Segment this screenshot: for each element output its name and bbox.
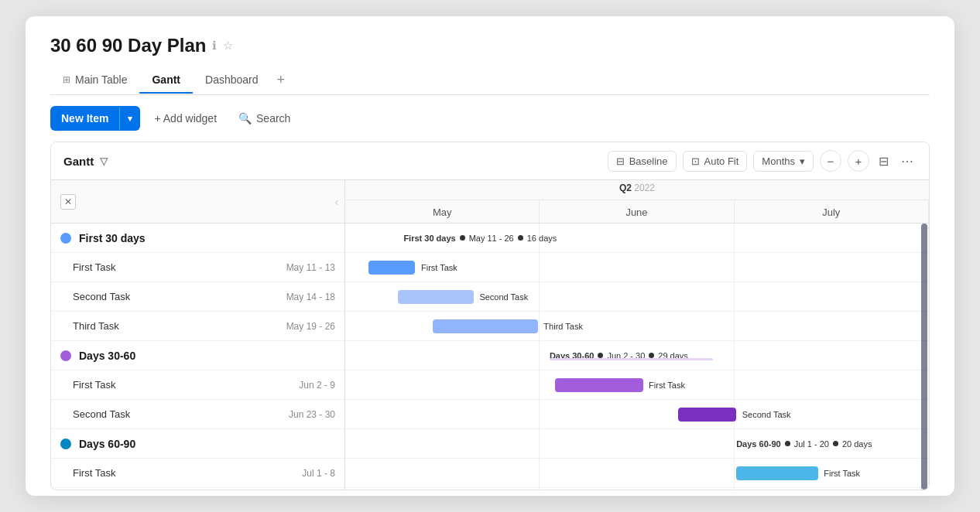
app-window: 30 60 90 Day Plan ℹ ☆ ⊞ Main Table Gantt…	[26, 16, 954, 496]
new-item-dropdown-arrow[interactable]: ▾	[119, 108, 140, 130]
task5-bar[interactable]	[678, 408, 736, 422]
table-icon: ⊞	[63, 74, 70, 85]
g1-dot2	[518, 235, 523, 241]
group3-summary-label: Days 60-90 Jul 1 - 20 20 days	[736, 439, 872, 449]
task1-row: First Task	[345, 253, 929, 282]
months-dropdown[interactable]: Months ▾	[753, 151, 814, 172]
gantt-toolbar: Gantt ▽ ⊟ Baseline ⊡ Auto Fit Months ▾ −…	[51, 142, 929, 180]
task6-bar[interactable]	[736, 466, 818, 480]
gantt-left-header: ✕ ‹	[51, 180, 344, 224]
group-name-days6090: Days 60-90	[79, 438, 135, 450]
tab-main-table[interactable]: ⊞ Main Table	[50, 67, 139, 94]
group-row-first30: First 30 days	[51, 224, 344, 253]
group-dot-days6090	[60, 439, 71, 449]
task-name: First Task	[73, 467, 302, 479]
task4-row: First Task	[345, 370, 929, 400]
chevron-down-icon: ▾	[800, 155, 805, 167]
task4-bar[interactable]	[555, 378, 642, 392]
group-row-days3060: Days 30-60	[51, 341, 344, 370]
group1-summary-label: First 30 days May 11 - 26 16 days	[403, 234, 557, 243]
task3-bar[interactable]	[433, 319, 538, 333]
title-row: 30 60 90 Day Plan ℹ ☆	[50, 35, 930, 56]
task6-row: First Task	[345, 459, 929, 488]
tab-dashboard[interactable]: Dashboard	[193, 67, 271, 94]
gantt-title: Gantt ▽	[63, 155, 108, 168]
task6-label: First Task	[824, 469, 860, 478]
toolbar: New Item ▾ + Add widget 🔍 Search	[26, 95, 954, 142]
task-row: Second Task Jun 23 - 30	[51, 400, 344, 429]
vertical-scrollbar[interactable]	[921, 224, 927, 490]
gantt-controls: ⊟ Baseline ⊡ Auto Fit Months ▾ − + ⊟ ⋯	[608, 150, 917, 172]
task-date: Jul 1 - 8	[302, 468, 335, 479]
group3-summary-row: Days 60-90 Jul 1 - 20 20 days	[345, 429, 929, 459]
auto-fit-button[interactable]: ⊡ Auto Fit	[683, 151, 748, 172]
month-june: June	[540, 200, 734, 224]
task2-row: Second Task	[345, 282, 929, 312]
new-item-label: New Item	[50, 106, 119, 131]
collapse-button[interactable]: ✕	[60, 194, 76, 210]
baseline-button[interactable]: ⊟ Baseline	[608, 151, 677, 172]
g1-days: 16 days	[527, 234, 557, 243]
gantt-right-header: Q2 2022 May June July	[345, 180, 929, 224]
tabs-row: ⊞ Main Table Gantt Dashboard +	[50, 66, 930, 95]
g1-dot1	[460, 235, 465, 241]
save-view-button[interactable]: ⊟	[875, 151, 892, 172]
group-row-days6090: Days 60-90	[51, 429, 344, 459]
tab-gantt[interactable]: Gantt	[139, 67, 193, 94]
resize-handle[interactable]: ‹	[329, 180, 344, 223]
gantt-left-rows: First 30 days First Task May 11 - 13 Sec…	[51, 224, 344, 490]
g1-date: May 11 - 26	[469, 234, 514, 243]
g3-dot1	[785, 441, 790, 446]
gantt-left-panel: ✕ ‹ First 30 days First Task May 11 - 13…	[51, 180, 345, 490]
add-tab-button[interactable]: +	[271, 66, 292, 94]
quarter-label: Q2 2022	[619, 183, 655, 193]
task-row: First Task Jun 2 - 9	[51, 370, 344, 400]
g1-label: First 30 days	[403, 234, 455, 243]
gantt-container: Gantt ▽ ⊟ Baseline ⊡ Auto Fit Months ▾ −…	[50, 142, 930, 490]
month-may: May	[345, 200, 540, 224]
zoom-in-button[interactable]: +	[848, 150, 869, 172]
gantt-right-panel: Q2 2022 May June July	[345, 180, 929, 490]
task-name: Second Task	[73, 291, 286, 302]
months-row: May June July	[345, 200, 929, 224]
baseline-icon: ⊟	[616, 155, 625, 167]
app-header: 30 60 90 Day Plan ℹ ☆ ⊞ Main Table Gantt…	[26, 16, 954, 95]
add-widget-button[interactable]: + Add widget	[146, 106, 224, 131]
more-options-button[interactable]: ⋯	[898, 151, 917, 172]
quarter-row: Q2 2022	[345, 180, 929, 200]
info-icon[interactable]: ℹ	[212, 39, 217, 53]
task-date: May 19 - 26	[286, 321, 335, 332]
task5-label: Second Task	[742, 410, 791, 419]
task3-label: Third Task	[543, 322, 583, 331]
task-date: May 11 - 13	[286, 262, 335, 273]
gantt-body: ✕ ‹ First 30 days First Task May 11 - 13…	[51, 180, 929, 490]
group2-summary-row: Days 30-60 Jun 2 - 30 29 days	[345, 341, 929, 370]
task-name: Second Task	[73, 408, 289, 420]
task-row: Second Task May 14 - 18	[51, 282, 344, 312]
app-title: 30 60 90 Day Plan	[50, 35, 206, 56]
month-july: July	[735, 200, 929, 224]
task-row: First Task Jul 1 - 8	[51, 459, 344, 488]
task-name: First Task	[73, 379, 299, 391]
task7-row: Second Task	[345, 488, 929, 490]
group-dot-first30	[60, 233, 71, 244]
task1-bar[interactable]	[368, 261, 415, 275]
search-button[interactable]: 🔍 Search	[231, 106, 298, 131]
group-name-days3060: Days 30-60	[79, 350, 135, 362]
g2-dot1	[598, 353, 603, 358]
g3-label: Days 60-90	[736, 439, 781, 449]
task-date: Jun 2 - 9	[299, 380, 335, 391]
task1-label: First Task	[421, 263, 457, 272]
task2-bar[interactable]	[398, 290, 474, 304]
filter-icon[interactable]: ▽	[100, 155, 108, 167]
task-row: Third Task May 19 - 26	[51, 312, 344, 341]
star-icon[interactable]: ☆	[223, 39, 233, 53]
chart-rows: First 30 days May 11 - 26 16 days F	[345, 224, 929, 490]
autofit-icon: ⊡	[691, 155, 700, 167]
chart-area: First 30 days May 11 - 26 16 days F	[345, 224, 929, 490]
task5-row: Second Task	[345, 400, 929, 429]
g3-date: Jul 1 - 20	[794, 439, 829, 449]
new-item-button[interactable]: New Item ▾	[50, 106, 140, 131]
g2-summary-bar	[550, 358, 713, 360]
zoom-out-button[interactable]: −	[820, 150, 841, 172]
